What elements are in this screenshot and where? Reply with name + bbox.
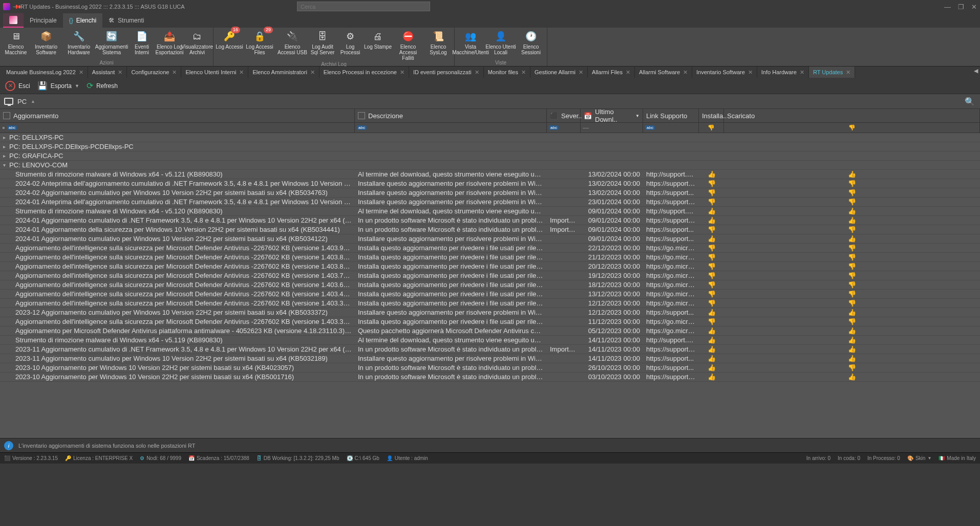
doc-tab[interactable]: RT Updates✕ xyxy=(809,67,855,78)
close-tab-icon[interactable]: ✕ xyxy=(118,69,122,76)
table-row[interactable]: Strumento di rimozione malware di Window… xyxy=(0,336,980,345)
inventario-software-button[interactable]: 📦InventarioSoftware xyxy=(30,28,62,59)
col-installa[interactable]: Installa.. xyxy=(699,109,724,122)
ribbon-tab-strumenti[interactable]: 🛠 Strumenti xyxy=(102,13,150,28)
log-accessi-files-button[interactable]: 🔒Log AccessiFiles29 xyxy=(243,28,276,61)
elenco-log-esportazioni-button[interactable]: 📤Elenco LogEsportazioni xyxy=(156,28,183,59)
close-tab-icon[interactable]: ✕ xyxy=(79,69,83,76)
table-row[interactable]: 2023-12 Aggiornamento cumulativo per Win… xyxy=(0,308,980,317)
close-tab-icon[interactable]: ✕ xyxy=(475,69,479,76)
group-row[interactable]: ▸PC: GRAFICA-PC xyxy=(0,151,980,161)
thumb-down-icon[interactable]: 👎 xyxy=(848,124,856,131)
elenco-sessioni-button[interactable]: 🕐ElencoSessioni xyxy=(517,28,545,59)
close-tab-icon[interactable]: ✕ xyxy=(310,69,315,76)
close-tab-icon[interactable]: ✕ xyxy=(579,69,583,76)
doc-tab[interactable]: Gestione Allarmi✕ xyxy=(530,67,588,78)
ribbon-tab-principale[interactable]: Principale xyxy=(24,13,63,28)
table-row[interactable]: 2023-11 Aggiornamento cumulativo di .NET… xyxy=(0,345,980,354)
eventi-interni-button[interactable]: 📄EventiInterni xyxy=(128,28,156,59)
doc-tab[interactable]: Configurazione✕ xyxy=(127,67,181,78)
table-row[interactable]: Aggiornamento dell'intelligence sulla si… xyxy=(0,271,980,280)
esporta-button[interactable]: 💾 Esporta ▼ xyxy=(37,81,79,91)
close-tab-icon[interactable]: ✕ xyxy=(521,69,526,76)
table-row[interactable]: 2023-10 Aggiornamento per Windows 10 Ver… xyxy=(0,372,980,382)
table-row[interactable]: 2024-01 Aggiornamento della sicurezza pe… xyxy=(0,225,980,234)
refresh-button[interactable]: ⟳ Refresh xyxy=(87,81,118,91)
close-tab-icon[interactable]: ✕ xyxy=(239,69,244,76)
esci-button[interactable]: ✕ Esci xyxy=(5,81,30,91)
thumb-down-icon[interactable]: 👎 xyxy=(708,124,715,131)
minimize-icon[interactable]: — xyxy=(944,3,951,11)
close-tab-icon[interactable]: ✕ xyxy=(626,69,630,76)
doc-tab[interactable]: Inventario Software✕ xyxy=(692,67,757,78)
close-tab-icon[interactable]: ✕ xyxy=(683,69,688,76)
table-row[interactable]: Aggiornamento dell'intelligence sulla si… xyxy=(0,253,980,262)
log-accessi-button[interactable]: 🔑Log Accessi16 xyxy=(216,28,243,61)
table-row[interactable]: Aggiornamento dell'intelligence sulla si… xyxy=(0,299,980,308)
search-icon[interactable]: 🔍 xyxy=(965,97,975,106)
close-icon[interactable]: ✕ xyxy=(971,3,977,11)
doc-tab[interactable]: Manuale BusinessLog 2022✕ xyxy=(2,67,88,78)
aggiornamenti-sistema-button[interactable]: 🔄AggiornamentiSistema xyxy=(95,28,128,59)
table-row[interactable]: 2023-11 Aggiornamento cumulativo per Win… xyxy=(0,354,980,363)
group-row[interactable]: ▸PC: DELLXPS-PC xyxy=(0,133,980,142)
grid-filter-row[interactable]: ▪abc abc abc — abc 👎 👎 xyxy=(0,123,980,133)
close-tab-icon[interactable]: ✕ xyxy=(846,69,850,76)
doc-tab[interactable]: Info Hardware✕ xyxy=(757,67,809,78)
table-row[interactable]: 2023-10 Aggiornamento per Windows 10 Ver… xyxy=(0,363,980,372)
col-ultimo-download[interactable]: 📅Ultimo Downl..▼ xyxy=(581,109,643,122)
elenco-accessi-falliti-button[interactable]: ⛔Elenco AccessiFalliti xyxy=(392,28,424,61)
col-severita[interactable]: ⬛Sever.. xyxy=(547,109,581,122)
table-row[interactable]: Aggiornamento dell'intelligence sulla si… xyxy=(0,262,980,271)
doc-tab[interactable]: Allarmi Software✕ xyxy=(635,67,692,78)
ribbon-tab-file[interactable] xyxy=(3,13,24,28)
table-row[interactable]: 2024-01 Aggiornamento cumulativo di .NET… xyxy=(0,216,980,225)
log-processi-button[interactable]: ⚙Log Processi xyxy=(336,28,364,61)
col-scaricato[interactable]: Scaricato xyxy=(724,109,980,122)
tabs-scroll-left-icon[interactable]: ◀ xyxy=(974,68,978,74)
search-input[interactable] xyxy=(297,2,430,11)
group-row[interactable]: ▸PC: DELLXPS-PC.DEllxps-PCDEllxps-PC xyxy=(0,142,980,151)
table-row[interactable]: 2024-02 Anteprima dell'aggiornamento cum… xyxy=(0,179,980,188)
ribbon-tab-elenchi[interactable]: {} Elenchi xyxy=(63,13,102,28)
col-descrizione[interactable]: Descrizione xyxy=(355,109,547,122)
skin-selector[interactable]: 🎨Skin▼ xyxy=(907,455,931,461)
doc-tab[interactable]: ID eventi personalizzati✕ xyxy=(409,67,484,78)
doc-tab[interactable]: Allarmi Files✕ xyxy=(588,67,635,78)
grid-body[interactable]: ▸PC: DELLXPS-PC▸PC: DELLXPS-PC.DEllxps-P… xyxy=(0,133,980,438)
elenco-macchine-button[interactable]: 🖥ElencoMacchine xyxy=(2,28,30,59)
elenco-utenti-locali-button[interactable]: 👤Elenco UtentiLocali xyxy=(484,28,517,59)
group-row[interactable]: ▾PC: LENOVO-COM xyxy=(0,161,980,170)
table-row[interactable]: Strumento di rimozione malware di Window… xyxy=(0,207,980,216)
table-row[interactable]: Aggiornamento dell'intelligence sulla si… xyxy=(0,244,980,253)
visualizzatore-archivi-button[interactable]: 🗂VisualizzatoreArchivi xyxy=(183,28,211,59)
table-row[interactable]: 2024-02 Aggiornamento cumulativo per Win… xyxy=(0,188,980,198)
col-aggiornamento[interactable]: Aggiornamento xyxy=(0,109,355,122)
close-tab-icon[interactable]: ✕ xyxy=(748,69,753,76)
close-tab-icon[interactable]: ✕ xyxy=(172,69,177,76)
table-row[interactable]: Strumento di rimozione malware di Window… xyxy=(0,170,980,179)
log-stampe-button[interactable]: 🖨Log Stampe xyxy=(364,28,392,61)
close-tab-icon[interactable]: ✕ xyxy=(800,69,804,76)
table-row[interactable]: 2024-01 Anteprima dell'aggiornamento cum… xyxy=(0,198,980,207)
pc-selector-bar[interactable]: PC ▲ 🔍 xyxy=(0,94,980,108)
table-row[interactable]: Aggiornamento dell'intelligence sulla si… xyxy=(0,280,980,290)
elenco-syslog-button[interactable]: 📜ElencoSysLog xyxy=(424,28,452,61)
vista-macchine-button[interactable]: 👥VistaMacchine/Utenti xyxy=(457,28,484,59)
table-row[interactable]: Aggiornamento per Microsoft Defender Ant… xyxy=(0,326,980,336)
titlebar-search[interactable] xyxy=(297,2,430,11)
doc-tab[interactable]: Elenco Utenti Interni✕ xyxy=(181,67,248,78)
close-tab-icon[interactable]: ✕ xyxy=(400,69,404,76)
maximize-icon[interactable]: ❐ xyxy=(958,3,964,11)
doc-tab[interactable]: Monitor files✕ xyxy=(484,67,530,78)
table-row[interactable]: Aggiornamento dell'intelligence sulla si… xyxy=(0,290,980,299)
doc-tab[interactable]: Assistant✕ xyxy=(88,67,127,78)
elenco-accessi-usb-button[interactable]: 🔌ElencoAccessi USB xyxy=(276,28,309,61)
doc-tab[interactable]: Elenco Amministratori✕ xyxy=(248,67,319,78)
table-row[interactable]: Aggiornamento dell'intelligence sulla si… xyxy=(0,317,980,326)
col-link-supporto[interactable]: Link Supporto xyxy=(643,109,699,122)
log-audit-sql-button[interactable]: 🗄Log AuditSql Server xyxy=(309,28,336,61)
inventario-hardware-button[interactable]: 🔧InventarioHardware xyxy=(62,28,95,59)
doc-tab[interactable]: Elenco Processi in eccezione✕ xyxy=(319,67,409,78)
table-row[interactable]: 2024-01 Aggiornamento cumulativo per Win… xyxy=(0,234,980,244)
